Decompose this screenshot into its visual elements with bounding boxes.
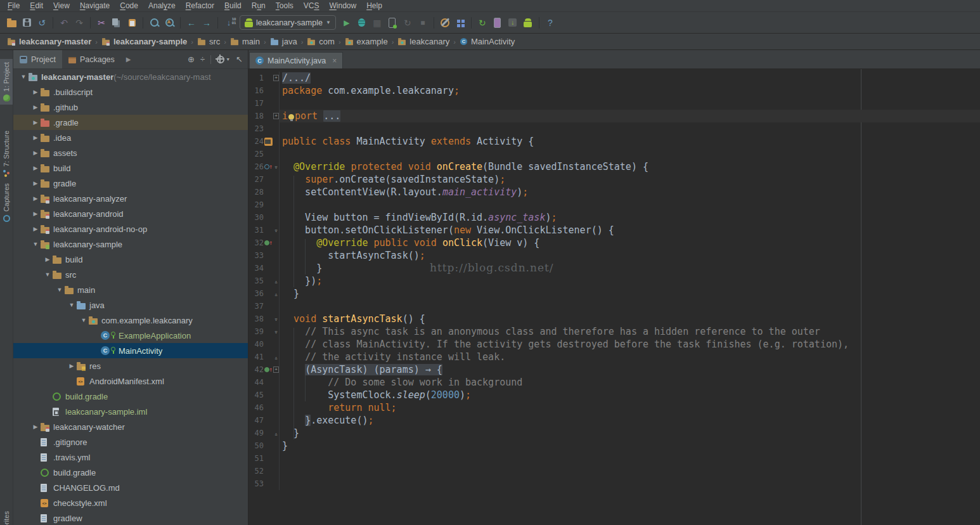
run-config-combo[interactable]: leakcanary-sample▼ xyxy=(240,15,336,30)
tree-collapsed-arrow[interactable] xyxy=(30,89,41,95)
tree-collapsed-arrow[interactable] xyxy=(30,226,41,232)
menu-item-view[interactable]: View xyxy=(48,1,75,10)
menu-item-run[interactable]: Run xyxy=(247,1,271,10)
fold-start-icon[interactable]: ▿ xyxy=(273,313,280,325)
tool-button-captures[interactable]: Captures xyxy=(0,180,13,225)
override-method-gutter-icon[interactable]: ↑ xyxy=(264,240,273,246)
tree-row-build[interactable]: build xyxy=(13,160,248,176)
tool-button-favorites[interactable]: Favorites xyxy=(0,508,13,525)
breadcrumb-item-src[interactable]: src xyxy=(195,37,222,46)
tree-row-main[interactable]: main xyxy=(13,282,248,297)
fold-end-icon[interactable]: ▵ xyxy=(273,351,280,363)
help-icon[interactable]: ? xyxy=(543,15,558,30)
find-icon[interactable] xyxy=(146,15,162,30)
fold-start-icon[interactable]: ▿ xyxy=(273,160,280,173)
fold-end-icon[interactable]: ▵ xyxy=(273,275,280,287)
tool-button-project[interactable]: 1: Project xyxy=(0,59,13,105)
tree-row-checkstyle.xml[interactable]: checkstyle.xml xyxy=(13,495,248,510)
menu-item-window[interactable]: Window xyxy=(324,1,361,10)
tree-expanded-arrow[interactable] xyxy=(18,74,29,80)
fold-end-icon[interactable]: ▵ xyxy=(273,427,280,439)
override-method-gutter-icon[interactable]: ↑ xyxy=(264,164,273,170)
menu-item-tools[interactable]: Tools xyxy=(271,1,299,10)
tab-packages[interactable]: Packages xyxy=(62,50,121,68)
tree-row-changelog.md[interactable]: CHANGELOG.md xyxy=(13,480,248,495)
settings-gear-icon[interactable]: ▼ xyxy=(217,56,230,63)
menu-item-build[interactable]: Build xyxy=(219,1,247,10)
replace-icon[interactable]: A xyxy=(162,15,177,30)
stop-icon[interactable]: ■ xyxy=(415,15,430,30)
breadcrumb-item-leakcanary-sample[interactable]: leakcanary-sample xyxy=(100,37,189,46)
breadcrumb-item-leakcanary-master[interactable]: leakcanary-master xyxy=(5,37,93,46)
hide-panel-icon[interactable]: ↖ xyxy=(236,55,243,64)
tree-collapsed-arrow[interactable] xyxy=(30,134,41,141)
menu-item-vcs[interactable]: VCS xyxy=(299,1,325,10)
editor-tab-mainactivity[interactable]: C MainActivity.java × xyxy=(249,52,343,68)
copy-icon[interactable] xyxy=(109,15,124,30)
menu-item-edit[interactable]: Edit xyxy=(25,1,48,10)
tree-collapsed-arrow[interactable] xyxy=(30,165,41,171)
tree-row-gradlew[interactable]: gradlew xyxy=(13,510,248,525)
menu-item-code[interactable]: Code xyxy=(115,1,143,10)
project-structure-icon[interactable] xyxy=(453,15,468,30)
sdk-settings-wrench-icon[interactable] xyxy=(437,15,453,30)
close-tab-icon[interactable]: × xyxy=(330,56,337,65)
tree-row-java[interactable]: java xyxy=(13,297,248,313)
menu-item-refactor[interactable]: Refactor xyxy=(181,1,219,10)
coverage-icon[interactable]: ▦ xyxy=(370,15,385,30)
tree-row-build.gradle[interactable]: build.gradle xyxy=(13,465,248,480)
tree-row-.gradle[interactable]: .gradle xyxy=(13,115,248,130)
tree-row-res[interactable]: res xyxy=(13,358,248,373)
forward-icon[interactable]: → xyxy=(199,15,214,30)
collapse-all-icon[interactable]: ÷ xyxy=(200,55,205,64)
tree-row-leakcanary-sample.iml[interactable]: leakcanary-sample.iml xyxy=(13,404,248,419)
fold-plus-icon[interactable]: + xyxy=(273,363,280,376)
tree-collapsed-arrow[interactable] xyxy=(30,180,41,186)
menu-item-help[interactable]: Help xyxy=(361,1,387,10)
tree-row-.idea[interactable]: .idea xyxy=(13,130,248,145)
tree-row-.buildscript[interactable]: .buildscript xyxy=(13,84,248,100)
tree-expanded-arrow[interactable] xyxy=(55,287,65,293)
tree-row-mainactivity[interactable]: CMainActivity xyxy=(13,343,248,358)
tree-row-leakcanary-master[interactable]: leakcanary-master (~/source/leakcanary-m… xyxy=(13,69,248,84)
redo-icon[interactable]: ↷ xyxy=(72,15,87,30)
breadcrumb-item-main[interactable]: main xyxy=(228,37,262,46)
tree-row-build[interactable]: build xyxy=(13,252,248,267)
make-project-icon[interactable]: ↓1001 xyxy=(221,15,236,30)
paste-icon[interactable] xyxy=(124,15,139,30)
tree-row-leakcanary-android-no-op[interactable]: leakcanary-android-no-op xyxy=(13,221,248,237)
tree-expanded-arrow[interactable] xyxy=(30,241,41,247)
tree-collapsed-arrow[interactable] xyxy=(30,211,41,217)
override-method-gutter-icon[interactable]: ↑ xyxy=(264,366,273,373)
menu-item-navigate[interactable]: Navigate xyxy=(75,1,115,10)
tree-row-leakcanary-sample[interactable]: leakcanary-sample xyxy=(13,237,248,252)
menu-item-analyze[interactable]: Analyze xyxy=(143,1,181,10)
sdk-manager-icon[interactable]: ↓ xyxy=(505,15,520,30)
tree-row-.travis.yml[interactable]: .travis.yml xyxy=(13,450,248,465)
tool-button-structure[interactable]: 7: Structure xyxy=(0,127,13,180)
breadcrumb-item-com[interactable]: com xyxy=(305,37,337,46)
cut-icon[interactable]: ✂ xyxy=(94,15,109,30)
locate-icon[interactable]: ⊕ xyxy=(188,55,195,64)
avd-manager-icon[interactable] xyxy=(490,15,505,30)
manifest-gutter-icon[interactable] xyxy=(264,138,273,146)
tree-collapsed-arrow[interactable] xyxy=(30,195,41,202)
tree-collapsed-arrow[interactable] xyxy=(42,256,53,262)
tree-collapsed-arrow[interactable] xyxy=(30,119,41,126)
more-tabs-icon[interactable]: ▶ xyxy=(121,56,136,63)
tree-row-build.gradle[interactable]: build.gradle xyxy=(13,389,248,404)
tree-row-androidmanifest.xml[interactable]: AndroidManifest.xml xyxy=(13,373,248,389)
synchronize-icon[interactable]: ↺ xyxy=(34,15,49,30)
tree-row-src[interactable]: src xyxy=(13,267,248,282)
debug-icon[interactable] xyxy=(354,15,370,30)
tree-expanded-arrow[interactable] xyxy=(42,271,53,278)
tree-row-leakcanary-android[interactable]: leakcanary-android xyxy=(13,206,248,221)
run-icon[interactable]: ▶ xyxy=(339,15,354,30)
tree-row-leakcanary-watcher[interactable]: leakcanary-watcher xyxy=(13,419,248,434)
tree-collapsed-arrow[interactable] xyxy=(30,150,41,156)
rerun-icon[interactable]: ↻ xyxy=(400,15,415,30)
gradle-sync-icon[interactable]: ↻ xyxy=(475,15,490,30)
tree-collapsed-arrow[interactable] xyxy=(30,424,41,430)
tree-row-com.example.leakcanary[interactable]: com.example.leakcanary xyxy=(13,313,248,328)
undo-icon[interactable]: ↶ xyxy=(56,15,72,30)
